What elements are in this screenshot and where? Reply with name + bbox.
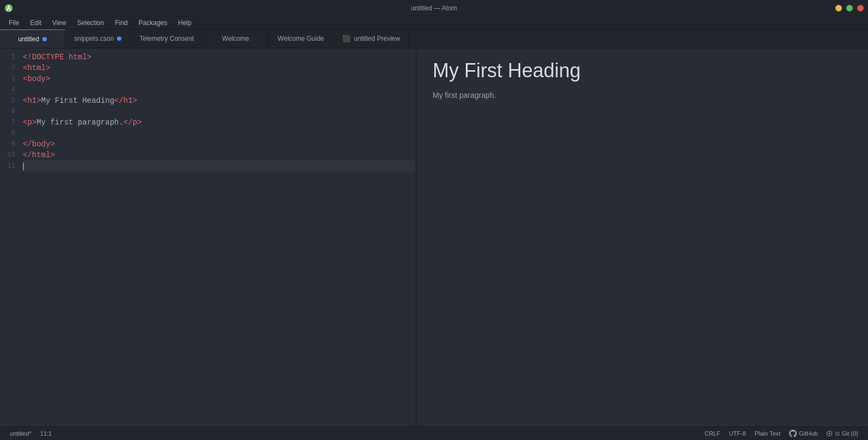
- status-line-ending[interactable]: CRLF: [700, 430, 725, 437]
- code-line-7: <p>My first paragraph.</p>: [23, 117, 416, 128]
- close-button[interactable]: ✕: [857, 5, 864, 11]
- line-numbers: 1 2 3 4 5 6 7 8 9 10 11: [0, 48, 20, 426]
- code-line-9: </body>: [23, 139, 416, 150]
- title-bar-text: untitled — Atom: [0, 4, 868, 12]
- tab-telemetry-label: Telemetry Consent: [139, 35, 194, 42]
- preview-heading: My First Heading: [433, 59, 852, 82]
- line-number-6: 6: [0, 106, 20, 117]
- title-bar: untitled — Atom ─ □ ✕: [0, 0, 868, 16]
- status-git[interactable]: ⊙ Git (0): [822, 430, 863, 437]
- tab-snippets-label: snippets.cson: [74, 35, 114, 42]
- tab-preview-icon: ⬛: [342, 35, 350, 42]
- line-number-2: 2: [0, 63, 20, 73]
- code-line-8: [23, 128, 416, 139]
- maximize-button[interactable]: □: [846, 5, 853, 11]
- status-filename[interactable]: untitled*: [5, 427, 36, 440]
- status-github[interactable]: GitHub: [785, 430, 822, 437]
- preview-panel: My First Heading My first paragraph.: [416, 48, 868, 426]
- github-icon: [789, 430, 797, 437]
- line-number-7: 7: [0, 117, 20, 128]
- status-cursor[interactable]: 11:1: [36, 427, 56, 440]
- code-line-6: [23, 106, 416, 117]
- code-line-1: <!DOCTYPE html>: [23, 52, 416, 63]
- menu-help[interactable]: Help: [174, 18, 196, 28]
- tab-bar: untitled snippets.cson Telemetry Consent…: [0, 29, 868, 48]
- status-right: CRLF UTF-8 Plain Text GitHub ⊙ Git (0): [700, 430, 863, 437]
- line-number-1: 1: [0, 52, 20, 63]
- line-number-3: 3: [0, 73, 20, 84]
- line-number-9: 9: [0, 139, 20, 150]
- tab-welcome[interactable]: Welcome: [203, 29, 268, 48]
- tab-snippets[interactable]: snippets.cson: [65, 29, 131, 48]
- line-number-8: 8: [0, 128, 20, 139]
- git-label: ⊙ Git (0): [835, 430, 858, 437]
- code-line-2: <html>: [23, 63, 416, 73]
- menu-find[interactable]: Find: [110, 18, 132, 28]
- line-number-11: 11: [0, 160, 20, 171]
- tab-untitled-preview[interactable]: ⬛ untitled Preview: [334, 29, 409, 48]
- minimize-button[interactable]: ─: [835, 5, 842, 11]
- tab-preview-label: untitled Preview: [354, 35, 400, 42]
- menu-packages[interactable]: Packages: [134, 18, 172, 28]
- menu-selection[interactable]: Selection: [73, 18, 108, 28]
- status-grammar[interactable]: Plain Text: [750, 430, 785, 437]
- status-bar: untitled* 11:1 CRLF UTF-8 Plain Text Git…: [0, 426, 868, 440]
- menu-view[interactable]: View: [48, 18, 71, 28]
- tab-untitled[interactable]: untitled: [0, 29, 65, 48]
- window-controls: ─ □ ✕: [835, 5, 864, 11]
- code-line-5: <h1>My First Heading</h1>: [23, 95, 416, 106]
- code-line-4: [23, 84, 416, 95]
- code-line-3: <body>: [23, 73, 416, 84]
- tab-welcome-guide[interactable]: Welcome Guide: [268, 29, 334, 48]
- preview-paragraph: My first paragraph.: [433, 91, 852, 100]
- main-content: 1 2 3 4 5 6 7 8 9 10 11 <!DOCTYPE html> …: [0, 48, 868, 426]
- tab-untitled-label: untitled: [18, 35, 39, 43]
- tab-telemetry[interactable]: Telemetry Consent: [131, 29, 203, 48]
- tab-welcome-guide-label: Welcome Guide: [278, 35, 324, 42]
- line-number-4: 4: [0, 84, 20, 95]
- tab-welcome-label: Welcome: [222, 35, 249, 42]
- svg-point-2: [829, 433, 830, 435]
- status-encoding[interactable]: UTF-8: [724, 430, 750, 437]
- editor-content[interactable]: 1 2 3 4 5 6 7 8 9 10 11 <!DOCTYPE html> …: [0, 48, 416, 426]
- line-number-5: 5: [0, 95, 20, 106]
- code-line-11: [23, 160, 416, 171]
- github-label: GitHub: [799, 430, 817, 437]
- code-line-10: </html>: [23, 150, 416, 160]
- code-area[interactable]: <!DOCTYPE html> <html> <body> <h1>My Fir…: [20, 48, 416, 426]
- line-number-10: 10: [0, 150, 20, 160]
- tab-snippets-modified-dot: [117, 36, 121, 41]
- git-icon: [826, 430, 833, 437]
- editor-panel: 1 2 3 4 5 6 7 8 9 10 11 <!DOCTYPE html> …: [0, 48, 416, 426]
- tab-untitled-modified-dot: [42, 37, 47, 41]
- menu-edit[interactable]: Edit: [26, 18, 46, 28]
- menu-file[interactable]: File: [4, 18, 23, 28]
- menu-bar: File Edit View Selection Find Packages H…: [0, 16, 868, 29]
- app-icon: [4, 4, 13, 13]
